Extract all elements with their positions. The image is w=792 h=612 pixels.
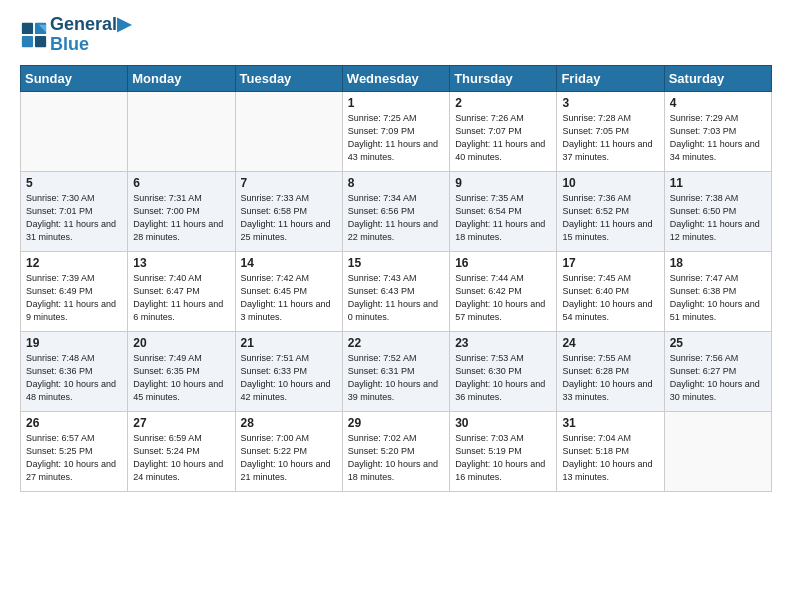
day-info: Sunrise: 7:25 AM Sunset: 7:09 PM Dayligh…: [348, 112, 444, 164]
calendar-cell: 27Sunrise: 6:59 AM Sunset: 5:24 PM Dayli…: [128, 411, 235, 491]
day-info: Sunrise: 7:04 AM Sunset: 5:18 PM Dayligh…: [562, 432, 658, 484]
day-info: Sunrise: 6:59 AM Sunset: 5:24 PM Dayligh…: [133, 432, 229, 484]
day-number: 16: [455, 256, 551, 270]
calendar-cell: 26Sunrise: 6:57 AM Sunset: 5:25 PM Dayli…: [21, 411, 128, 491]
day-number: 29: [348, 416, 444, 430]
day-info: Sunrise: 7:39 AM Sunset: 6:49 PM Dayligh…: [26, 272, 122, 324]
day-info: Sunrise: 7:03 AM Sunset: 5:19 PM Dayligh…: [455, 432, 551, 484]
day-number: 27: [133, 416, 229, 430]
calendar-cell: 8Sunrise: 7:34 AM Sunset: 6:56 PM Daylig…: [342, 171, 449, 251]
day-info: Sunrise: 7:31 AM Sunset: 7:00 PM Dayligh…: [133, 192, 229, 244]
day-number: 19: [26, 336, 122, 350]
calendar-cell: [128, 91, 235, 171]
day-number: 24: [562, 336, 658, 350]
calendar-cell: 18Sunrise: 7:47 AM Sunset: 6:38 PM Dayli…: [664, 251, 771, 331]
day-info: Sunrise: 7:44 AM Sunset: 6:42 PM Dayligh…: [455, 272, 551, 324]
page-container: General▶ Blue SundayMondayTuesdayWednesd…: [0, 0, 792, 507]
header: General▶ Blue: [20, 15, 772, 55]
day-number: 28: [241, 416, 337, 430]
day-number: 11: [670, 176, 766, 190]
day-number: 8: [348, 176, 444, 190]
day-number: 26: [26, 416, 122, 430]
day-number: 12: [26, 256, 122, 270]
calendar-cell: 17Sunrise: 7:45 AM Sunset: 6:40 PM Dayli…: [557, 251, 664, 331]
weekday-header: Saturday: [664, 65, 771, 91]
calendar-cell: 3Sunrise: 7:28 AM Sunset: 7:05 PM Daylig…: [557, 91, 664, 171]
day-info: Sunrise: 7:52 AM Sunset: 6:31 PM Dayligh…: [348, 352, 444, 404]
logo: General▶ Blue: [20, 15, 131, 55]
day-number: 5: [26, 176, 122, 190]
day-number: 30: [455, 416, 551, 430]
day-number: 17: [562, 256, 658, 270]
day-number: 10: [562, 176, 658, 190]
day-info: Sunrise: 7:33 AM Sunset: 6:58 PM Dayligh…: [241, 192, 337, 244]
weekday-header: Wednesday: [342, 65, 449, 91]
calendar-cell: 19Sunrise: 7:48 AM Sunset: 6:36 PM Dayli…: [21, 331, 128, 411]
day-info: Sunrise: 7:48 AM Sunset: 6:36 PM Dayligh…: [26, 352, 122, 404]
day-info: Sunrise: 7:49 AM Sunset: 6:35 PM Dayligh…: [133, 352, 229, 404]
day-info: Sunrise: 7:29 AM Sunset: 7:03 PM Dayligh…: [670, 112, 766, 164]
day-info: Sunrise: 7:40 AM Sunset: 6:47 PM Dayligh…: [133, 272, 229, 324]
day-number: 4: [670, 96, 766, 110]
day-info: Sunrise: 7:26 AM Sunset: 7:07 PM Dayligh…: [455, 112, 551, 164]
svg-rect-2: [22, 36, 33, 47]
day-number: 6: [133, 176, 229, 190]
day-info: Sunrise: 7:43 AM Sunset: 6:43 PM Dayligh…: [348, 272, 444, 324]
weekday-header: Monday: [128, 65, 235, 91]
day-number: 22: [348, 336, 444, 350]
day-number: 18: [670, 256, 766, 270]
calendar-cell: 22Sunrise: 7:52 AM Sunset: 6:31 PM Dayli…: [342, 331, 449, 411]
day-info: Sunrise: 7:34 AM Sunset: 6:56 PM Dayligh…: [348, 192, 444, 244]
calendar-cell: 25Sunrise: 7:56 AM Sunset: 6:27 PM Dayli…: [664, 331, 771, 411]
calendar-cell: 14Sunrise: 7:42 AM Sunset: 6:45 PM Dayli…: [235, 251, 342, 331]
day-info: Sunrise: 7:36 AM Sunset: 6:52 PM Dayligh…: [562, 192, 658, 244]
calendar-cell: [21, 91, 128, 171]
day-number: 3: [562, 96, 658, 110]
calendar-cell: 20Sunrise: 7:49 AM Sunset: 6:35 PM Dayli…: [128, 331, 235, 411]
weekday-header: Friday: [557, 65, 664, 91]
day-info: Sunrise: 7:02 AM Sunset: 5:20 PM Dayligh…: [348, 432, 444, 484]
day-number: 31: [562, 416, 658, 430]
calendar-cell: 15Sunrise: 7:43 AM Sunset: 6:43 PM Dayli…: [342, 251, 449, 331]
day-info: Sunrise: 7:30 AM Sunset: 7:01 PM Dayligh…: [26, 192, 122, 244]
calendar-cell: 28Sunrise: 7:00 AM Sunset: 5:22 PM Dayli…: [235, 411, 342, 491]
calendar-cell: 6Sunrise: 7:31 AM Sunset: 7:00 PM Daylig…: [128, 171, 235, 251]
svg-rect-0: [22, 23, 33, 34]
calendar-week-row: 26Sunrise: 6:57 AM Sunset: 5:25 PM Dayli…: [21, 411, 772, 491]
day-info: Sunrise: 7:35 AM Sunset: 6:54 PM Dayligh…: [455, 192, 551, 244]
calendar-cell: 1Sunrise: 7:25 AM Sunset: 7:09 PM Daylig…: [342, 91, 449, 171]
day-info: Sunrise: 7:47 AM Sunset: 6:38 PM Dayligh…: [670, 272, 766, 324]
calendar-week-row: 12Sunrise: 7:39 AM Sunset: 6:49 PM Dayli…: [21, 251, 772, 331]
day-info: Sunrise: 7:42 AM Sunset: 6:45 PM Dayligh…: [241, 272, 337, 324]
day-info: Sunrise: 7:55 AM Sunset: 6:28 PM Dayligh…: [562, 352, 658, 404]
calendar-cell: [235, 91, 342, 171]
day-number: 14: [241, 256, 337, 270]
day-number: 7: [241, 176, 337, 190]
weekday-header: Tuesday: [235, 65, 342, 91]
day-number: 15: [348, 256, 444, 270]
calendar-header-row: SundayMondayTuesdayWednesdayThursdayFrid…: [21, 65, 772, 91]
calendar-cell: 4Sunrise: 7:29 AM Sunset: 7:03 PM Daylig…: [664, 91, 771, 171]
day-info: Sunrise: 6:57 AM Sunset: 5:25 PM Dayligh…: [26, 432, 122, 484]
day-number: 23: [455, 336, 551, 350]
svg-rect-3: [35, 36, 46, 47]
calendar-cell: 10Sunrise: 7:36 AM Sunset: 6:52 PM Dayli…: [557, 171, 664, 251]
calendar-cell: 31Sunrise: 7:04 AM Sunset: 5:18 PM Dayli…: [557, 411, 664, 491]
calendar-cell: 23Sunrise: 7:53 AM Sunset: 6:30 PM Dayli…: [450, 331, 557, 411]
calendar-cell: 2Sunrise: 7:26 AM Sunset: 7:07 PM Daylig…: [450, 91, 557, 171]
logo-text: General▶ Blue: [50, 15, 131, 55]
day-info: Sunrise: 7:38 AM Sunset: 6:50 PM Dayligh…: [670, 192, 766, 244]
day-info: Sunrise: 7:28 AM Sunset: 7:05 PM Dayligh…: [562, 112, 658, 164]
day-info: Sunrise: 7:45 AM Sunset: 6:40 PM Dayligh…: [562, 272, 658, 324]
calendar-cell: 9Sunrise: 7:35 AM Sunset: 6:54 PM Daylig…: [450, 171, 557, 251]
day-number: 21: [241, 336, 337, 350]
calendar-cell: 7Sunrise: 7:33 AM Sunset: 6:58 PM Daylig…: [235, 171, 342, 251]
day-info: Sunrise: 7:53 AM Sunset: 6:30 PM Dayligh…: [455, 352, 551, 404]
calendar-cell: 13Sunrise: 7:40 AM Sunset: 6:47 PM Dayli…: [128, 251, 235, 331]
calendar-cell: 11Sunrise: 7:38 AM Sunset: 6:50 PM Dayli…: [664, 171, 771, 251]
calendar-cell: [664, 411, 771, 491]
calendar-week-row: 1Sunrise: 7:25 AM Sunset: 7:09 PM Daylig…: [21, 91, 772, 171]
weekday-header: Sunday: [21, 65, 128, 91]
calendar-table: SundayMondayTuesdayWednesdayThursdayFrid…: [20, 65, 772, 492]
day-number: 2: [455, 96, 551, 110]
